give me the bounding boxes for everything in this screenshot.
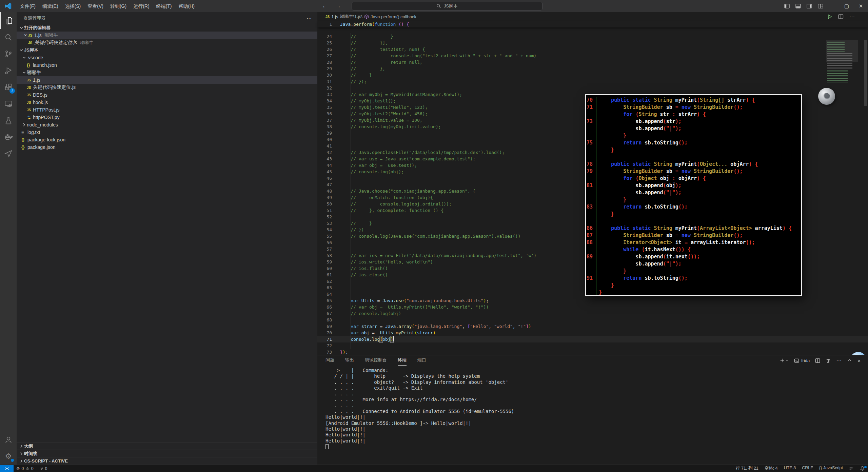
code-line-31[interactable]: 31 // });: [317, 78, 868, 85]
tree-item[interactable]: ≡log.txt: [17, 129, 317, 136]
breadcrumb[interactable]: JS 1.js 嘟嘟牛\1.js\ Java.perform() callbac…: [317, 12, 868, 21]
menu-item[interactable]: 终端(T): [153, 0, 175, 12]
back-icon[interactable]: ←: [322, 3, 328, 9]
menu-item[interactable]: 帮助(H): [175, 0, 198, 12]
code-line-27[interactable]: 27 // console.log("test2 called with " +…: [317, 53, 868, 59]
tree-item[interactable]: JSHTTPPost.js: [17, 106, 317, 114]
forward-icon[interactable]: →: [335, 3, 341, 9]
code-line-66[interactable]: 66 // var obj = Utils.myPrint(["Hello", …: [317, 304, 868, 310]
tree-item[interactable]: {}package.json: [17, 143, 317, 151]
kill-terminal-icon[interactable]: [826, 358, 831, 363]
tree-item[interactable]: {}launch.json: [17, 61, 317, 69]
remote-indicator[interactable]: ><: [0, 465, 14, 472]
search-icon[interactable]: [0, 29, 17, 45]
panel-tab-问题[interactable]: 问题: [326, 355, 334, 366]
close-button[interactable]: ✕: [854, 0, 868, 12]
ports-status[interactable]: 0: [36, 465, 50, 472]
formatter-icon[interactable]: [846, 466, 857, 471]
minimap-slider[interactable]: [826, 40, 858, 62]
panel-tab-终端[interactable]: 终端: [398, 355, 407, 366]
breadcrumb-symbol[interactable]: Java.perform() callback: [371, 14, 416, 19]
maximize-button[interactable]: ▢: [840, 0, 854, 12]
split-editor-icon[interactable]: [838, 14, 844, 19]
maximize-panel-icon[interactable]: [847, 358, 852, 363]
status-item[interactable]: 空格: 4: [762, 466, 781, 471]
code-line-67[interactable]: 67 // console.log(obj): [317, 310, 868, 317]
tree-item[interactable]: JS关键代码快速定位.js: [17, 84, 317, 91]
code-line-24[interactable]: 24 // }: [317, 33, 868, 40]
open-editors-section[interactable]: 打开的编辑器: [17, 24, 317, 32]
code-line-26[interactable]: 26 // test2(str, num) {: [317, 46, 868, 53]
sidebar-section-大纲[interactable]: 大纲: [17, 442, 317, 450]
status-item[interactable]: {} JavaScript: [816, 466, 846, 471]
code-line-25[interactable]: 25 // }],: [317, 40, 868, 46]
testing-icon[interactable]: [0, 112, 17, 129]
breadcrumb-path[interactable]: 嘟嘟牛\1.js\: [340, 14, 362, 20]
workspace-root-section[interactable]: JS脚本: [17, 46, 317, 54]
remote-explorer-icon[interactable]: [0, 95, 17, 112]
notifications-bell-icon[interactable]: [857, 466, 868, 471]
menu-item[interactable]: 选择(S): [62, 0, 84, 12]
new-terminal-icon[interactable]: [780, 358, 789, 363]
command-center-search[interactable]: JS脚本: [352, 2, 542, 11]
menu-item[interactable]: 运行(R): [130, 0, 153, 12]
panel-tab-调试控制台[interactable]: 调试控制台: [365, 355, 387, 366]
sidebar-section-CS-SCRIPT - ACTIVE[interactable]: CS-SCRIPT - ACTIVE: [17, 457, 317, 465]
toggle-secondary-sidebar-icon[interactable]: [807, 3, 812, 9]
floating-ball-gray[interactable]: [818, 88, 835, 105]
run-debug-icon[interactable]: [0, 62, 17, 79]
sidebar-more-actions-icon[interactable]: ⋯: [307, 15, 312, 21]
settings-gear-icon[interactable]: ⚙: [0, 448, 17, 465]
code-line-29[interactable]: 29 // },: [317, 65, 868, 72]
terminal-tab-item[interactable]: frida: [794, 358, 810, 363]
panel-tab-输出[interactable]: 输出: [345, 355, 354, 366]
vertical-scrollbar[interactable]: [864, 40, 867, 106]
minimap[interactable]: [826, 40, 858, 91]
tree-item[interactable]: {}package-lock.json: [17, 136, 317, 143]
toggle-panel-icon[interactable]: [795, 3, 801, 9]
tree-item[interactable]: node_modules: [17, 121, 317, 129]
open-editor-item[interactable]: JS关键代码快速定位.js嘟嘟牛: [17, 39, 317, 46]
tree-item[interactable]: httpPOST.py: [17, 114, 317, 121]
breadcrumb-file[interactable]: 1.js: [331, 14, 338, 19]
split-terminal-icon[interactable]: [815, 358, 820, 363]
menu-item[interactable]: 编辑(E): [39, 0, 62, 12]
tree-item[interactable]: JSDES.js: [17, 91, 317, 99]
thunder-client-icon[interactable]: [0, 145, 17, 162]
sticky-scroll-line[interactable]: 1Java.perform(function () {: [317, 21, 868, 27]
code-line-65[interactable]: 65 var Utils = Java.use("com.xiaojianban…: [317, 297, 868, 304]
menu-item[interactable]: 查看(V): [84, 0, 107, 12]
source-control-icon[interactable]: [0, 45, 17, 62]
editor-more-actions-icon[interactable]: ⋯: [849, 14, 855, 20]
code-line-30[interactable]: 30 // }: [317, 72, 868, 78]
toggle-sidebar-icon[interactable]: [784, 3, 790, 9]
status-item[interactable]: CRLF: [799, 466, 816, 471]
docker-icon[interactable]: [0, 129, 17, 145]
code-line-72[interactable]: 72: [317, 342, 868, 349]
minimize-button[interactable]: —: [825, 0, 840, 12]
tree-item[interactable]: .vscode: [17, 54, 317, 61]
code-line-69[interactable]: 69 var strarr = Java.array("java.lang.St…: [317, 323, 868, 330]
problems-status[interactable]: ⊗0 ⚠0: [14, 465, 36, 472]
account-icon[interactable]: [0, 431, 17, 448]
code-line-70[interactable]: 70 var obj = Utils.myPrint(strarr): [317, 330, 868, 336]
tree-item[interactable]: 嘟嘟牛: [17, 69, 317, 76]
tree-item[interactable]: JS1.js: [17, 76, 317, 84]
customize-layout-icon[interactable]: [818, 3, 823, 9]
panel-tab-端口[interactable]: 端口: [417, 355, 426, 366]
code-line-32[interactable]: 32: [317, 85, 868, 91]
tree-item[interactable]: JShook.js: [17, 99, 317, 106]
extensions-icon[interactable]: 2: [0, 79, 17, 95]
code-line-73[interactable]: 73});: [317, 349, 868, 355]
sidebar-section-时间线[interactable]: 时间线: [17, 450, 317, 457]
code-line-71[interactable]: 71 console.log(obj): [317, 336, 868, 342]
explorer-icon[interactable]: [0, 12, 17, 29]
open-editor-item[interactable]: ×JS1.js嘟嘟牛: [17, 32, 317, 39]
code-line-28[interactable]: 28 // return null;: [317, 59, 868, 65]
close-panel-icon[interactable]: ×: [857, 358, 861, 363]
menu-item[interactable]: 文件(F): [17, 0, 39, 12]
status-item[interactable]: 行 71, 列 21: [733, 466, 762, 471]
menu-item[interactable]: 转到(G): [107, 0, 130, 12]
run-file-icon[interactable]: [827, 14, 832, 19]
panel-more-actions-icon[interactable]: ⋯: [836, 357, 842, 364]
